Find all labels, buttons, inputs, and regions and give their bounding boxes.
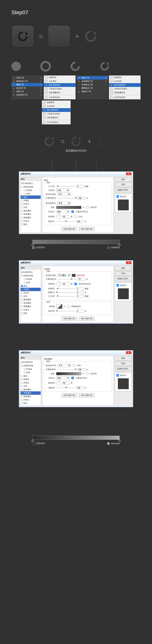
set-default-button[interactable]: 设置为默认值 <box>61 227 77 231</box>
angle-input[interactable] <box>62 282 69 286</box>
titlebar[interactable]: ▦ 图层样式✕ <box>19 350 133 355</box>
preview-check[interactable] <box>116 374 119 376</box>
style-item[interactable]: 描边 <box>21 374 40 378</box>
style-check[interactable] <box>24 190 26 191</box>
menu-item[interactable]: ●减去顶层形状 <box>42 108 70 112</box>
cancel-button[interactable]: 取消 <box>115 182 132 187</box>
noise-slider[interactable] <box>56 310 75 312</box>
blend-select[interactable]: 正片叠底 <box>57 274 71 277</box>
titlebar[interactable]: ▦ 图层样式✕ <box>19 260 133 265</box>
style-item[interactable]: 内发光 <box>21 202 40 206</box>
tool-item[interactable]: ◇多边形工具U <box>11 86 43 90</box>
menu-item[interactable]: □新建图层 <box>109 76 140 79</box>
style-check[interactable] <box>21 309 23 311</box>
reset-default-button[interactable]: 复位为默认值 <box>79 316 94 321</box>
style-check[interactable] <box>24 282 26 284</box>
style-select[interactable]: 线性 <box>56 376 69 380</box>
style-check[interactable] <box>21 302 23 304</box>
dither-check[interactable] <box>73 364 75 367</box>
style-check[interactable] <box>21 295 23 297</box>
tool-item[interactable]: ─直线工具U <box>11 90 43 93</box>
style-item[interactable]: 等高线 <box>21 278 40 281</box>
style-item[interactable]: 颜色叠加 <box>21 388 40 391</box>
angle-dial[interactable] <box>56 380 61 386</box>
tool-item[interactable]: ▢圆角矩形工具U <box>11 80 43 83</box>
reverse-check[interactable] <box>86 206 89 208</box>
style-item[interactable]: 颜色叠加 <box>21 209 40 212</box>
menu-item[interactable]: □与形状区域相交 <box>44 87 75 91</box>
size-input[interactable] <box>77 295 84 298</box>
contour-picker[interactable] <box>56 304 62 309</box>
menu-item[interactable]: □新建图层 <box>44 76 75 79</box>
style-item[interactable]: 等高线 <box>21 368 40 371</box>
opacity-input[interactable] <box>78 197 85 200</box>
style-check[interactable] <box>21 196 23 198</box>
ok-button[interactable]: 确定 <box>115 356 132 360</box>
style-item[interactable]: 外发光 <box>21 219 40 223</box>
close-icon[interactable]: ✕ <box>126 351 131 354</box>
scale-input[interactable] <box>77 220 84 223</box>
opacity-input[interactable] <box>78 368 85 371</box>
style-check[interactable] <box>24 193 26 195</box>
menu-item[interactable]: □与形状区域相交 <box>42 112 70 116</box>
align-check[interactable] <box>71 210 74 213</box>
anti-alias-check[interactable] <box>67 305 69 308</box>
new-style-button[interactable]: 新建样式(W)... <box>115 276 132 281</box>
menu-item[interactable]: ●减去顶层形状 <box>109 83 140 87</box>
style-check[interactable] <box>21 292 23 294</box>
noise-input[interactable] <box>77 310 84 312</box>
opacity-input[interactable] <box>78 278 85 281</box>
style-check[interactable] <box>21 213 23 215</box>
style-item[interactable]: 投影 <box>21 312 40 315</box>
menu-item[interactable]: □合并形状组件 <box>109 96 140 99</box>
global-light-check[interactable] <box>74 283 77 285</box>
style-check[interactable] <box>21 224 23 226</box>
opacity-slider[interactable] <box>58 196 77 200</box>
style-item[interactable]: 斜面和浮雕 <box>21 185 40 189</box>
style-check[interactable] <box>24 368 26 370</box>
style-check[interactable] <box>21 392 23 394</box>
style-item[interactable]: 内阴影 <box>21 288 41 291</box>
style-item[interactable]: 内发光 <box>21 381 40 384</box>
menu-item[interactable]: □与形状区域相交 <box>109 87 140 91</box>
color-swatch[interactable] <box>72 274 75 277</box>
style-check[interactable] <box>21 186 23 188</box>
align-check[interactable] <box>71 377 74 379</box>
style-item[interactable]: 图案叠加 <box>21 216 40 219</box>
reverse-check[interactable] <box>86 372 89 375</box>
style-check[interactable] <box>21 385 23 387</box>
menu-item[interactable]: □新建图层 <box>42 100 70 104</box>
style-item[interactable]: 内阴影 <box>21 378 40 381</box>
close-icon[interactable]: ✕ <box>126 261 131 264</box>
style-check[interactable] <box>21 210 23 212</box>
angle-dial[interactable] <box>56 214 61 219</box>
cancel-button[interactable]: 取消 <box>115 271 132 276</box>
choke-input[interactable] <box>77 291 84 294</box>
style-check[interactable] <box>21 312 23 314</box>
new-style-button[interactable]: 新建样式(W)... <box>115 188 132 192</box>
size-input[interactable] <box>77 185 84 188</box>
dist-input[interactable] <box>77 287 84 290</box>
style-item[interactable]: 外发光 <box>21 398 40 402</box>
choke-slider[interactable] <box>56 291 75 294</box>
style-item[interactable]: 光泽 <box>21 384 40 388</box>
style-check[interactable] <box>21 382 23 384</box>
menu-item[interactable]: □排除重叠形状 <box>44 91 75 94</box>
style-check[interactable] <box>21 206 23 208</box>
style-check[interactable] <box>24 278 26 280</box>
style-item[interactable]: 内阴影 <box>21 199 40 202</box>
style-item[interactable]: 描边 <box>21 196 41 199</box>
tool-item[interactable]: ✎钢笔工具P <box>77 76 108 80</box>
style-check[interactable] <box>21 299 23 300</box>
ok-button[interactable]: 确定 <box>115 177 132 182</box>
preview-check[interactable] <box>116 284 119 286</box>
style-item[interactable]: 光泽 <box>21 206 40 209</box>
gradient-preview[interactable] <box>56 206 81 209</box>
style-item[interactable]: 图案叠加 <box>21 395 40 398</box>
style-check[interactable] <box>21 399 23 401</box>
reset-default-button[interactable]: 复位为默认值 <box>79 227 94 231</box>
opacity-slider[interactable] <box>58 278 77 281</box>
style-check[interactable] <box>21 306 23 308</box>
set-default-button[interactable]: 设置为默认值 <box>61 393 77 398</box>
style-item[interactable]: 投影 <box>21 402 40 405</box>
